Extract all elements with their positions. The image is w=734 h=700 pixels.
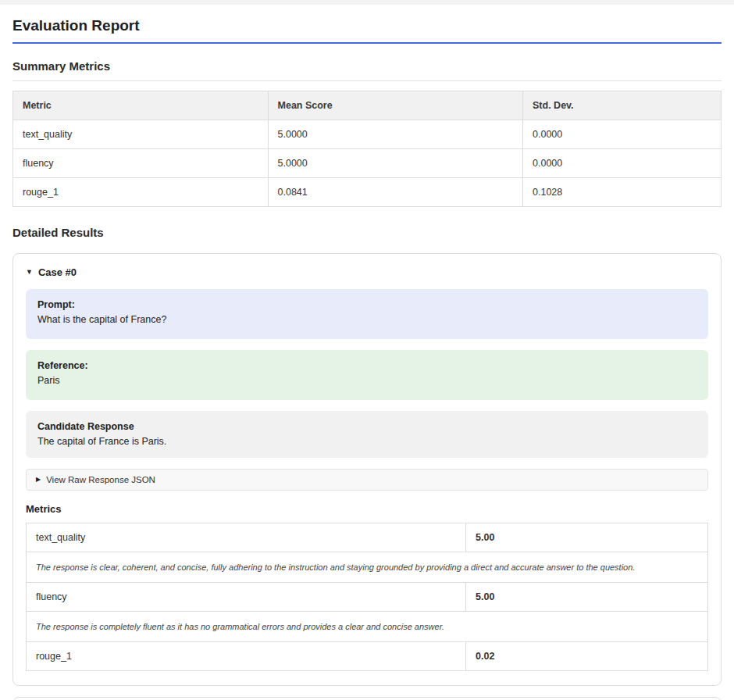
metric-row: text_quality 5.00 xyxy=(27,523,708,552)
prompt-text: What is the capital of France? xyxy=(37,314,697,325)
metric-name-cell: rouge_1 xyxy=(27,642,466,671)
detailed-results-heading: Detailed Results xyxy=(12,223,722,242)
table-row: fluency 5.0000 0.0000 xyxy=(13,149,722,178)
std-dev-cell: 0.0000 xyxy=(523,149,722,178)
raw-json-summary-toggle[interactable]: ▶ View Raw Response JSON xyxy=(27,470,707,490)
metric-name-cell: text_quality xyxy=(13,120,269,149)
summary-col-header-std-dev: Std. Dev. xyxy=(523,91,722,120)
mean-score-cell: 5.0000 xyxy=(268,120,523,149)
summary-metrics-heading: Summary Metrics xyxy=(12,56,722,81)
prompt-box: Prompt: What is the capital of France? xyxy=(26,289,708,339)
evaluation-report-page: Evaluation Report Summary Metrics Metric… xyxy=(0,5,734,700)
metric-name-cell: text_quality xyxy=(27,523,466,552)
candidate-response-box: Candidate Response The capital of France… xyxy=(26,411,708,458)
reference-label: Reference: xyxy=(37,360,697,371)
std-dev-cell: 0.1028 xyxy=(523,178,722,207)
mean-score-cell: 5.0000 xyxy=(268,149,523,178)
std-dev-cell: 0.0000 xyxy=(523,120,722,149)
summary-col-header-mean-score: Mean Score xyxy=(268,91,523,120)
summary-metrics-table: Metric Mean Score Std. Dev. text_quality… xyxy=(12,91,722,207)
metric-name-cell: fluency xyxy=(27,583,466,612)
reference-box: Reference: Paris xyxy=(26,350,708,400)
metric-score-cell: 5.00 xyxy=(466,523,708,552)
metric-explanation-row: The response is clear, coherent, and con… xyxy=(27,552,708,583)
case-metrics-table: text_quality 5.00 The response is clear,… xyxy=(26,523,708,671)
metric-row: rouge_1 0.02 xyxy=(27,642,708,671)
metric-score-cell: 5.00 xyxy=(466,583,708,612)
metric-name-cell: fluency xyxy=(13,149,269,178)
metric-row: fluency 5.00 xyxy=(27,583,708,612)
reference-text: Paris xyxy=(37,375,697,386)
triangle-right-icon: ▶ xyxy=(36,477,41,483)
metric-score-cell: 0.02 xyxy=(466,642,708,671)
metric-explanation-text: The response is completely fluent as it … xyxy=(27,612,708,642)
candidate-response-text: The capital of France is Paris. xyxy=(37,436,697,447)
raw-json-label: View Raw Response JSON xyxy=(46,475,155,484)
case-0-details: ▼ Case #0 Prompt: What is the capital of… xyxy=(24,257,710,682)
table-row: text_quality 5.0000 0.0000 xyxy=(13,120,722,149)
metric-explanation-row: The response is completely fluent as it … xyxy=(27,612,708,642)
page-title: Evaluation Report xyxy=(12,12,722,44)
metric-name-cell: rouge_1 xyxy=(13,178,269,207)
summary-table-header-row: Metric Mean Score Std. Dev. xyxy=(13,91,722,120)
case-card-1: ▶ Case #1 xyxy=(12,697,722,700)
raw-json-details: ▶ View Raw Response JSON xyxy=(26,469,708,491)
case-0-body: Prompt: What is the capital of France? R… xyxy=(24,288,710,682)
case-card-0: ▼ Case #0 Prompt: What is the capital of… xyxy=(12,253,722,686)
metric-explanation-text: The response is clear, coherent, and con… xyxy=(27,552,708,583)
table-row: rouge_1 0.0841 0.1028 xyxy=(13,178,722,207)
case-title: Case #0 xyxy=(38,266,77,278)
summary-col-header-metric: Metric xyxy=(13,91,269,120)
prompt-label: Prompt: xyxy=(37,299,697,310)
triangle-down-icon: ▼ xyxy=(26,269,33,276)
mean-score-cell: 0.0841 xyxy=(268,178,523,207)
candidate-response-label: Candidate Response xyxy=(37,421,697,432)
case-0-summary-toggle[interactable]: ▼ Case #0 xyxy=(24,257,710,288)
metrics-heading: Metrics xyxy=(26,503,708,515)
